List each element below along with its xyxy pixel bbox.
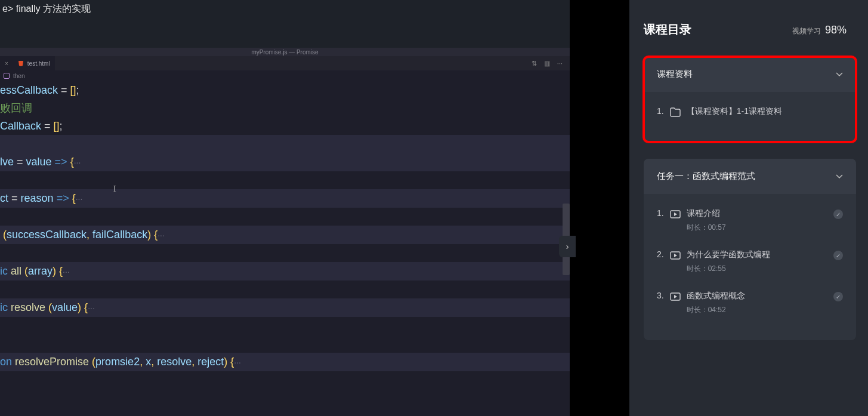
sidebar-toggle-button[interactable]: › xyxy=(559,236,576,257)
breadcrumb-item: then xyxy=(13,73,24,79)
editor-titlebar: myPromise.js — Promise xyxy=(0,48,570,56)
close-icon[interactable]: × xyxy=(5,60,8,67)
progress-pct: % xyxy=(837,24,847,36)
code-editor: myPromise.js — Promise × test.html ⇅ ▥ ·… xyxy=(0,48,570,416)
sidebar-section-task1: 任务一：函数式编程范式 1. 课程介绍 时长：00:57 ✓ xyxy=(644,159,856,340)
chevron-right-icon: › xyxy=(566,242,569,251)
check-icon: ✓ xyxy=(833,292,843,301)
section-body: 1. 【课程资料】1-1课程资料 xyxy=(644,92,856,142)
tab-label: test.html xyxy=(27,60,50,67)
breadcrumb-prefix: e> xyxy=(2,4,13,14)
method-icon xyxy=(4,73,10,79)
item-meta: 时长：02:55 xyxy=(687,264,770,274)
video-editor-pane: e> finally 方法的实现 myPromise.js — Promise … xyxy=(0,0,570,416)
item-index: 3. xyxy=(657,291,664,300)
video-icon xyxy=(670,251,681,260)
progress-label: 视频学习 xyxy=(792,27,821,35)
editor-tab-active[interactable]: × xyxy=(0,56,13,70)
sidebar-section-materials: 课程资料 1. 【课程资料】1-1课程资料 xyxy=(644,57,856,142)
section-header[interactable]: 任务一：函数式编程范式 xyxy=(644,159,856,194)
folder-icon xyxy=(670,107,681,117)
sidebar-progress: 视频学习 98% xyxy=(792,24,847,36)
progress-value: 98 xyxy=(825,24,837,36)
item-label: 函数式编程概念 xyxy=(687,291,745,301)
check-icon: ✓ xyxy=(833,209,843,219)
section-item[interactable]: 3. 函数式编程概念 时长：04:52 ✓ xyxy=(644,282,856,323)
editor-tab-bar: × test.html ⇅ ▥ ··· xyxy=(0,56,570,70)
more-icon[interactable]: ··· xyxy=(557,60,563,67)
chevron-down-icon xyxy=(836,72,843,77)
html-file-icon xyxy=(18,60,24,66)
editor-tab[interactable]: test.html xyxy=(13,56,55,70)
video-black-bar: › xyxy=(570,0,629,416)
item-meta: 时长：00:57 xyxy=(687,223,726,233)
editor-window-title: myPromise.js — Promise xyxy=(251,49,318,56)
spacer xyxy=(0,18,570,48)
sidebar-body: 课程资料 1. 【课程资料】1-1课程资料 任务一：函数式编程范式 xyxy=(629,42,868,416)
section-item[interactable]: 1. 【课程资料】1-1课程资料 xyxy=(644,98,856,125)
section-item[interactable]: 2. 为什么要学函数式编程 时长：02:55 ✓ xyxy=(644,241,856,282)
sidebar-title: 课程目录 xyxy=(644,21,691,38)
video-icon xyxy=(670,209,681,219)
section-item[interactable]: 1. 课程介绍 时长：00:57 ✓ xyxy=(644,200,856,241)
section-title: 任务一：函数式编程范式 xyxy=(657,171,755,182)
chevron-down-icon xyxy=(836,174,843,179)
section-header[interactable]: 课程资料 xyxy=(644,57,856,92)
page-title-bar: e> finally 方法的实现 xyxy=(0,0,570,18)
editor-breadcrumb[interactable]: then xyxy=(0,70,570,81)
section-title: 课程资料 xyxy=(657,69,693,80)
course-sidebar: 课程目录 视频学习 98% 课程资料 1. 【课程资料】1-1课程资料 xyxy=(629,0,868,416)
section-body: 1. 课程介绍 时长：00:57 ✓ 2. xyxy=(644,194,856,340)
item-label: 【课程资料】1-1课程资料 xyxy=(687,106,782,117)
page-title: finally 方法的实现 xyxy=(16,3,91,16)
item-index: 1. xyxy=(657,208,664,218)
editor-tab-actions: ⇅ ▥ ··· xyxy=(532,60,570,67)
item-meta: 时长：04:52 xyxy=(687,305,745,315)
item-index: 1. xyxy=(657,106,664,116)
check-icon: ✓ xyxy=(833,251,843,260)
split-icon[interactable]: ▥ xyxy=(544,60,550,67)
text-cursor-icon: I xyxy=(113,180,116,198)
item-index: 2. xyxy=(657,249,664,259)
sidebar-header: 课程目录 视频学习 98% xyxy=(629,0,868,42)
item-label: 为什么要学函数式编程 xyxy=(687,249,770,260)
code-area[interactable]: essCallback = []; 败回调 Callback = []; lve… xyxy=(0,81,570,416)
video-icon xyxy=(670,292,681,301)
item-label: 课程介绍 xyxy=(687,208,726,219)
compare-icon[interactable]: ⇅ xyxy=(532,60,537,67)
